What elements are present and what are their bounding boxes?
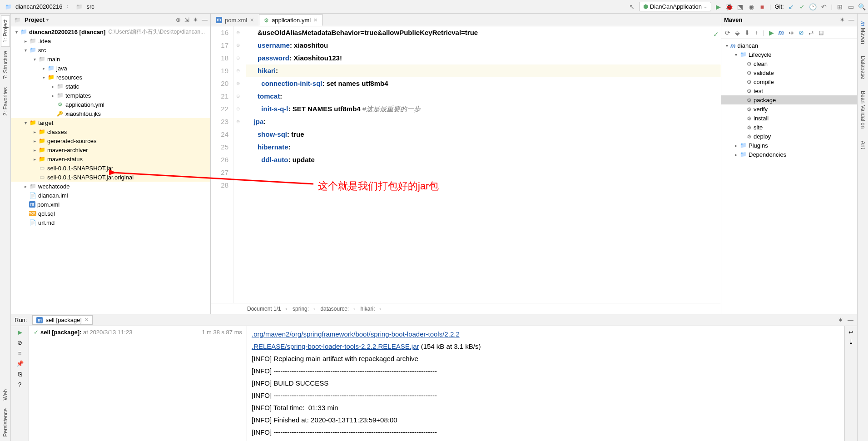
add-icon[interactable]: + — [754, 29, 758, 36]
jar-icon — [38, 173, 45, 181]
tab-favorites[interactable]: 2: Favorites — [1, 83, 10, 120]
project-panel: Project▾ ⊕ ⇲ ✶ — ▾diancan20200216 [dianc… — [11, 14, 211, 314]
jks-icon — [56, 110, 64, 117]
maven-goal-validate[interactable]: validate — [721, 68, 857, 77]
yml-icon — [56, 101, 64, 108]
maven-goal-verify[interactable]: verify — [721, 104, 857, 114]
gutter-icons: ⊖⊖⊖⊖⊖⊖⊖⊖ — [233, 26, 243, 303]
maven-tree[interactable]: ▾mdiancan▾Lifecyclecleanvalidatecompilet… — [721, 39, 857, 314]
editor-tabs: mpom.xml✕ application.yml✕ — [211, 14, 721, 26]
settings-icon[interactable]: ✶ — [838, 317, 843, 323]
tab-bean-validation[interactable]: Bean Validation — [858, 87, 868, 133]
sql-icon: SQL — [29, 211, 36, 216]
layout-icon[interactable]: ▭ — [847, 3, 854, 10]
inspection-ok-icon[interactable]: ✓ — [713, 28, 719, 41]
maven-goal-compile[interactable]: compile — [721, 77, 857, 86]
export-icon[interactable]: ⎘ — [18, 371, 22, 377]
run-label: Run: — [15, 317, 27, 323]
soft-wrap-icon[interactable]: ↩ — [848, 329, 853, 336]
help-icon[interactable]: ? — [18, 381, 21, 388]
editor-breadcrumb[interactable]: Document 1/1 spring: datasource: hikari: — [211, 303, 721, 314]
debug-icon[interactable]: 🐞 — [726, 3, 733, 10]
top-toolbar: diancan20200216 〉 src ↖ ⬢DianCanApplicat… — [0, 0, 868, 14]
expand-icon[interactable]: ⇲ — [184, 16, 189, 23]
maven-goal-test[interactable]: test — [721, 86, 857, 95]
maven-panel: Maven ✶— ⟳ ⬙ ⬇ + | ▶ m ⇹ ⊘ ⇄ ⊟ — [721, 14, 857, 314]
run-task-info: ✓sell [package]: at 2020/3/13 11:23 1 m … — [29, 326, 247, 441]
reimport-icon[interactable]: ⟳ — [725, 29, 730, 36]
search-icon[interactable]: 🔍 — [858, 3, 865, 10]
locate-icon[interactable]: ⊕ — [176, 16, 181, 23]
run-toolbar: ▶ ⊘ ≡ 📌 ⎘ ? — [11, 326, 29, 441]
run-console[interactable]: .org/maven2/org/springframework/boot/spr… — [247, 326, 844, 441]
scroll-end-icon[interactable]: ⤓ — [848, 338, 853, 345]
collapse-all-icon[interactable]: ⊟ — [818, 29, 824, 36]
git-commit-icon[interactable]: ✓ — [799, 3, 806, 10]
run-config-selector[interactable]: ⬢DianCanApplication⌄ — [639, 2, 711, 11]
hide-icon[interactable]: — — [202, 16, 208, 23]
editor-area: mpom.xml✕ application.yml✕ 1617181920212… — [211, 14, 721, 314]
maven-title: Maven — [724, 16, 742, 23]
hide-icon[interactable]: — — [848, 16, 854, 23]
execute-goal-icon[interactable]: m — [779, 29, 784, 36]
run-icon[interactable]: ▶ — [715, 3, 722, 10]
download-icon[interactable]: ⬇ — [744, 29, 750, 36]
run-tab[interactable]: msell [package]✕ — [32, 315, 93, 325]
pin-icon[interactable]: 📌 — [16, 360, 24, 367]
maven-goal-site[interactable]: site — [721, 123, 857, 132]
maven-goal-package[interactable]: package — [721, 95, 857, 104]
tab-persistence[interactable]: Persistence — [1, 404, 10, 441]
code-editor[interactable]: 16171819202122232425262728 ⊖⊖⊖⊖⊖⊖⊖⊖ &use… — [211, 26, 721, 303]
stop-icon[interactable]: ⊘ — [17, 339, 22, 346]
collapse-icon[interactable]: ✶ — [193, 16, 198, 23]
maven-icon: m — [29, 201, 35, 208]
toggle-offline-icon[interactable]: ⇹ — [789, 29, 794, 36]
tab-ant[interactable]: Ant — [858, 137, 868, 153]
tab-pom[interactable]: mpom.xml✕ — [211, 14, 259, 26]
breadcrumb-root[interactable]: diancan20200216 — [3, 2, 64, 11]
show-deps-icon[interactable]: ⇄ — [808, 29, 814, 36]
close-icon[interactable]: ✕ — [313, 17, 317, 23]
git-revert-icon[interactable]: ↶ — [820, 3, 828, 10]
settings-icon[interactable]: ✶ — [840, 16, 845, 23]
right-tool-stripe: m Maven Database Bean Validation Ant — [857, 14, 868, 441]
iml-icon: 📄 — [29, 192, 36, 199]
left-tool-stripe: 1: Project 7: Structure 2: Favorites Web… — [0, 14, 11, 441]
tab-maven[interactable]: m Maven — [858, 17, 868, 48]
profile-icon[interactable]: ◉ — [748, 3, 755, 10]
md-icon: 📄 — [29, 219, 36, 226]
run-maven-icon[interactable]: ▶ — [769, 29, 774, 36]
generate-sources-icon[interactable]: ⬙ — [735, 29, 740, 36]
structure-icon[interactable]: ⊞ — [836, 3, 843, 10]
jar-icon — [38, 164, 45, 172]
git-history-icon[interactable]: 🕐 — [809, 3, 817, 10]
project-tree[interactable]: ▾diancan20200216 [diancan]C:\Users\编程小石头… — [11, 26, 210, 314]
breadcrumb-src[interactable]: src — [74, 2, 96, 11]
git-update-icon[interactable]: ↙ — [788, 3, 795, 10]
close-icon[interactable]: ✕ — [250, 17, 254, 23]
rerun-icon[interactable]: ▶ — [18, 329, 22, 336]
maven-goal-clean[interactable]: clean — [721, 59, 857, 68]
run-panel: Run: msell [package]✕ ✶— ▶ ⊘ ≡ 📌 ⎘ ? — [11, 314, 857, 441]
maven-goal-install[interactable]: install — [721, 114, 857, 123]
coverage-icon[interactable]: ⬔ — [737, 3, 744, 10]
skip-tests-icon[interactable]: ⊘ — [799, 29, 804, 36]
maven-goal-deploy[interactable]: deploy — [721, 132, 857, 141]
project-panel-title[interactable]: Project▾ — [14, 16, 49, 24]
breadcrumb: diancan20200216 〉 src — [3, 2, 96, 11]
filter-icon[interactable]: ≡ — [18, 350, 22, 357]
stop-icon[interactable]: ■ — [759, 3, 766, 10]
tab-structure[interactable]: 7: Structure — [1, 47, 10, 83]
close-icon[interactable]: ✕ — [84, 317, 89, 323]
tree-jar-file[interactable]: sell-0.0.1-SNAPSHOT.jar — [11, 164, 210, 173]
hide-icon[interactable]: — — [848, 317, 853, 323]
git-label: Git: — [774, 3, 784, 10]
line-numbers: 16171819202122232425262728 — [211, 26, 233, 303]
tab-project[interactable]: 1: Project — [1, 15, 10, 47]
maven-toolbar: ⟳ ⬙ ⬇ + | ▶ m ⇹ ⊘ ⇄ ⊟ — [721, 26, 857, 39]
tab-application-yml[interactable]: application.yml✕ — [259, 14, 322, 26]
tab-database[interactable]: Database — [858, 52, 868, 83]
back-icon[interactable]: ↖ — [628, 3, 635, 10]
tab-web[interactable]: Web — [1, 385, 10, 404]
